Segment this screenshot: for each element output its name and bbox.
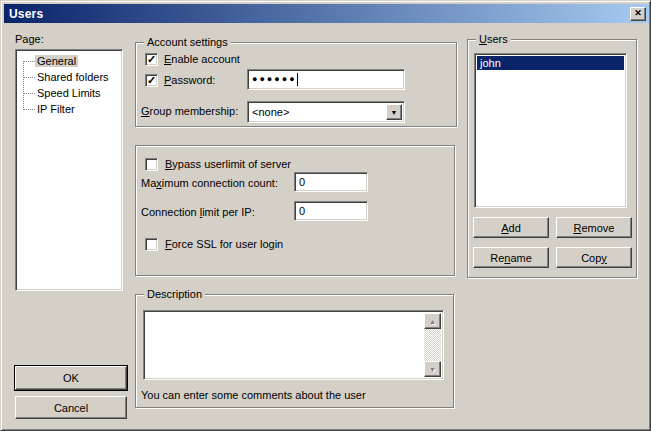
- scroll-up-icon: ▲: [429, 318, 436, 325]
- enable-account-label[interactable]: Enable account: [164, 53, 240, 66]
- text-cursor: [297, 73, 298, 86]
- dropdown-button[interactable]: ▼: [386, 104, 402, 120]
- page-item-speed-limits[interactable]: Speed Limits: [18, 85, 103, 101]
- scroll-down-button[interactable]: ▼: [424, 361, 441, 377]
- list-item-john[interactable]: john: [477, 56, 624, 70]
- close-button[interactable]: ✕: [630, 7, 646, 21]
- window-title: Users: [4, 7, 43, 21]
- enable-account-checkbox[interactable]: ✓: [145, 53, 158, 66]
- connection-limit-per-ip-label: Connection limit per IP:: [141, 206, 255, 219]
- add-user-button[interactable]: Add: [473, 217, 549, 238]
- scroll-up-button[interactable]: ▲: [424, 313, 441, 329]
- copy-user-button[interactable]: Copy: [556, 247, 632, 268]
- titlebar[interactable]: Users: [4, 4, 649, 23]
- users-legend: Users: [476, 33, 511, 46]
- scrollbar-track[interactable]: [424, 329, 441, 361]
- chevron-down-icon: ▼: [391, 109, 398, 116]
- description-textarea[interactable]: ▲ ▼: [143, 310, 444, 380]
- bypass-userlimit-label[interactable]: Bypass userlimit of server: [165, 158, 291, 171]
- tree-branch-icon: [23, 93, 35, 94]
- description-scrollbar[interactable]: ▲ ▼: [424, 313, 441, 377]
- password-value: ●●●●●●: [252, 75, 297, 84]
- connection-limit-per-ip-input[interactable]: 0: [294, 201, 368, 221]
- page-item-shared-folders[interactable]: Shared folders: [18, 69, 111, 85]
- tree-branch-icon: [23, 61, 35, 62]
- description-hint: You can enter some comments about the us…: [141, 389, 366, 402]
- bypass-userlimit-checkbox[interactable]: [145, 158, 158, 171]
- check-icon: ✓: [147, 54, 156, 65]
- scroll-down-icon: ▼: [429, 366, 436, 373]
- force-ssl-label[interactable]: Force SSL for user login: [165, 238, 283, 251]
- page-item-general[interactable]: General: [18, 53, 78, 69]
- group-membership-dropdown[interactable]: <none> ▼: [247, 101, 405, 123]
- group-membership-label: Group membership:: [141, 105, 238, 118]
- cancel-button[interactable]: Cancel: [15, 396, 127, 419]
- page-label: Page:: [15, 33, 44, 46]
- max-connection-count-label: Maximum connection count:: [141, 177, 278, 190]
- users-list[interactable]: john: [474, 53, 627, 208]
- password-label[interactable]: Password:: [164, 74, 215, 87]
- close-icon: ✕: [634, 9, 642, 18]
- page-list[interactable]: General Shared folders Speed Limits IP F…: [15, 49, 123, 291]
- tree-branch-icon: [23, 109, 35, 110]
- rename-user-button[interactable]: Rename: [473, 247, 549, 268]
- force-ssl-checkbox[interactable]: [145, 238, 158, 251]
- group-membership-value: <none>: [252, 106, 289, 118]
- description-legend: Description: [144, 288, 205, 301]
- check-icon: ✓: [147, 75, 156, 86]
- password-checkbox[interactable]: ✓: [145, 74, 158, 87]
- tree-branch-icon: [23, 77, 35, 78]
- users-dialog: Users ✕ Page: General Shared folders Spe…: [0, 0, 651, 431]
- account-settings-legend: Account settings: [144, 36, 231, 49]
- password-input[interactable]: ●●●●●●: [247, 69, 405, 90]
- remove-user-button[interactable]: Remove: [556, 217, 632, 238]
- max-connection-count-input[interactable]: 0: [294, 172, 368, 192]
- ok-button[interactable]: OK: [15, 366, 127, 390]
- page-item-ip-filter[interactable]: IP Filter: [18, 101, 77, 117]
